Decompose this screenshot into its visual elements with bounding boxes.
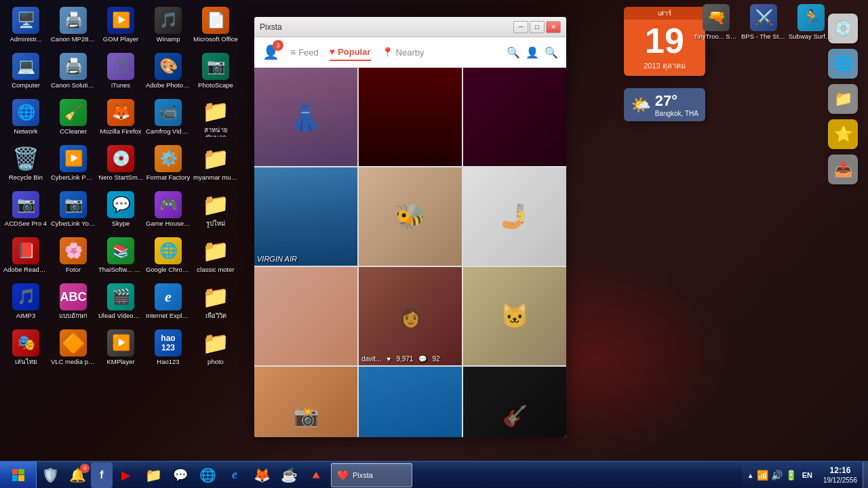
- desktop-icon-folder-peua[interactable]: 📁 เพื่อวิวิด: [193, 279, 239, 324]
- clock-time: 12:16: [830, 466, 851, 476]
- desktop-icon-thai-font[interactable]: ABC แบบอักษก: [50, 279, 96, 324]
- maximize-button[interactable]: □: [530, 21, 545, 33]
- desktop-icon-myanmar-music[interactable]: 📁 myanmar music: [193, 141, 239, 186]
- tray-battery-icon[interactable]: 🔋: [785, 470, 797, 481]
- desktop-icon-canon-sol[interactable]: 🖨️ Canon Solutio...: [50, 49, 96, 94]
- desktop-icon-ulead[interactable]: 🎬 Ulead VideoStud...: [98, 279, 144, 324]
- taskbar-chrome-icon[interactable]: 🌐: [194, 462, 221, 488]
- desktop-icon-camfrog[interactable]: 📹 Camfrog Video Ch...: [145, 95, 191, 140]
- taskbar-active-app[interactable]: ❤️ Pixsta: [331, 463, 412, 487]
- minimize-button[interactable]: ─: [513, 21, 528, 33]
- desktop-icon-thai-app[interactable]: 🎭 เล่นไทย: [3, 325, 49, 370]
- photo-cell-2[interactable]: [359, 68, 462, 166]
- nav-popular[interactable]: ♥ Popular: [330, 43, 371, 61]
- search-icon[interactable]: 🔍: [507, 46, 520, 59]
- taskbar-java-icon[interactable]: ☕: [275, 462, 302, 488]
- desktop-icon-youcam[interactable]: 📷 CyberLink YouCam: [50, 187, 96, 232]
- menu-icon[interactable]: 🔍: [545, 46, 558, 59]
- clock[interactable]: 12:16 19/12/2556: [818, 466, 863, 485]
- taskbar-ie-icon[interactable]: e: [221, 462, 248, 488]
- photo-cell-5[interactable]: 🐝: [359, 167, 462, 266]
- photo-cell-8[interactable]: 👩 davit... ♥ 9,971 💬 92: [359, 267, 462, 365]
- desktop-icon-firefox[interactable]: 🦊 Mozilla Firefox: [98, 95, 144, 140]
- desktop-icon-photoscape[interactable]: 📷 PhotoScape: [193, 49, 239, 94]
- tray-volume-icon[interactable]: 🔊: [771, 470, 783, 481]
- notification-area[interactable]: 👤 3: [262, 44, 279, 60]
- taskbar-pinned-icons: 🛡️ 🔔 3 f ▶ 📁 💬 🌐 e 🦊 ☕ 🔺: [37, 462, 330, 488]
- desktop-icon-recycle-bin[interactable]: 🗑️ Recycle Bin: [3, 141, 49, 186]
- right-icon-3[interactable]: 📁: [828, 84, 858, 114]
- desktop-icon-ie[interactable]: e Internet Explorer: [145, 279, 191, 324]
- right-icon-4[interactable]: ⭐: [828, 119, 858, 149]
- photo-cell-9[interactable]: 🐱: [463, 267, 566, 365]
- right-icon-2[interactable]: 🌐: [828, 49, 858, 79]
- desktop-icon-acdsee[interactable]: 📷 ACDSee Pro 4: [3, 187, 49, 232]
- tray-network-icon[interactable]: 📶: [757, 470, 768, 481]
- desktop-icon-chrome[interactable]: 🌐 Google Chrome: [145, 233, 191, 278]
- desktop-icon-admin[interactable]: 🖥️ Administr...: [3, 3, 49, 47]
- desktop-icon-adobe-reader[interactable]: 📕 Adobe Reader XI: [3, 233, 49, 278]
- taskbar: 🛡️ 🔔 3 f ▶ 📁 💬 🌐 e 🦊 ☕ 🔺 ❤️ Pixsta ▲ 📶 🔊: [0, 461, 868, 488]
- desktop-icon-kmp[interactable]: ▶️ KMPlayer: [98, 325, 144, 370]
- profile-icon[interactable]: 👤: [526, 46, 539, 59]
- taskbar-youtube-icon[interactable]: ▶: [113, 462, 140, 488]
- taskbar-badge: 3: [80, 464, 90, 473]
- desktop-icon-itunes[interactable]: 🎵 iTunes: [98, 49, 144, 94]
- photo-8-comments: 92: [432, 355, 439, 363]
- start-button[interactable]: [0, 462, 37, 489]
- taskbar-firefox-icon[interactable]: 🦊: [248, 462, 275, 488]
- desktop-icon-game-house[interactable]: 🎮 Game House 1.2: [145, 187, 191, 232]
- photo-cell-10[interactable]: 📸: [254, 367, 357, 437]
- photo-8-stats: davit... ♥ 9,971 💬 92: [361, 355, 440, 363]
- taskbar-line-icon[interactable]: 💬: [167, 462, 194, 488]
- photo-cell-4[interactable]: VIRGIN AIR: [254, 167, 357, 266]
- pixsta-toolbar: 👤 3 ≡ Feed ♥ Popular 📍 Nearby 🔍: [254, 37, 566, 68]
- photo-cell-1[interactable]: 👗: [254, 68, 357, 166]
- desktop-icon-photoshop[interactable]: 🎨 Adobe Photosh...: [145, 49, 191, 94]
- taskbar-security-icon[interactable]: 🛡️: [37, 462, 64, 488]
- nav-nearby[interactable]: 📍 Nearby: [382, 43, 425, 61]
- taskbar-facebook-icon[interactable]: f: [91, 462, 113, 488]
- desktop-icon-cyberlink[interactable]: ▶️ CyberLink PowerD...: [50, 141, 96, 186]
- tray-expand[interactable]: ▲: [747, 472, 754, 479]
- desktop-icons-grid: 🖥️ Administr... 🖨️ Canon MP280 s... ▶️ G…: [0, 0, 258, 461]
- show-desktop-button[interactable]: [863, 462, 868, 488]
- taskbar-notification-icon[interactable]: 🔔 3: [64, 462, 91, 488]
- taskbar-files-icon[interactable]: 📁: [140, 462, 167, 488]
- desktop-icon-hao123[interactable]: hao123 Hao123: [145, 325, 191, 370]
- photo-cell-3[interactable]: [463, 68, 566, 166]
- desktop-icon-aimp3[interactable]: 🎵 AIMP3: [3, 279, 49, 324]
- desktop-icon-format-factory[interactable]: ⚙️ Format Factory: [145, 141, 191, 186]
- desktop-icon-canon-mp280[interactable]: 🖨️ Canon MP280 s...: [50, 3, 96, 47]
- photo-cell-7[interactable]: [254, 267, 357, 365]
- photo-8-likes: 9,971: [396, 355, 413, 363]
- desktop-icon-thaisoftware[interactable]: 📚 ThaiSoftw... Dictionary: [98, 233, 144, 278]
- desktop-icon-winamp[interactable]: 🎵 Winamp: [145, 3, 191, 47]
- desktop-icon-folder-rumai[interactable]: 📁 รูปใหม่: [193, 187, 239, 232]
- desktop-icon-tiny-troopers[interactable]: 🔫 TinyTroo... Shortcut: [693, 0, 739, 45]
- nav-feed[interactable]: ≡ Feed: [290, 43, 319, 61]
- taskbar-avast-icon[interactable]: 🔺: [302, 462, 330, 488]
- desktop-icon-ms-office[interactable]: 📄 Microsoft Office: [193, 3, 239, 47]
- close-button[interactable]: ✕: [546, 21, 561, 33]
- desktop-icon-bps-strike[interactable]: ⚔️ BPS - The Strike: [741, 0, 787, 45]
- window-controls: ─ □ ✕: [513, 21, 561, 33]
- photo-cell-6[interactable]: 🤳: [463, 167, 566, 266]
- desktop-icon-computer[interactable]: 💻 Computer: [3, 49, 49, 94]
- desktop-icon-fotor[interactable]: 🌸 Fotor: [50, 233, 96, 278]
- desktop-icon-folder-thai[interactable]: 📁 สาหน่ายขับนาก: [193, 95, 239, 140]
- photo-cell-11[interactable]: AEROS...: [359, 367, 462, 437]
- desktop-icon-gom-player[interactable]: ▶️ GOM Player: [98, 3, 144, 47]
- desktop-icon-ccleaner[interactable]: 🧹 CCleaner: [50, 95, 96, 140]
- photo-cell-12[interactable]: 🎸: [463, 367, 566, 437]
- pixsta-titlebar[interactable]: Pixsta ─ □ ✕: [254, 17, 566, 37]
- right-icon-5[interactable]: 📤: [828, 155, 858, 184]
- desktop-icon-subway-surfers[interactable]: 🏃 Subway Surfers: [788, 0, 834, 45]
- desktop-icon-network[interactable]: 🌐 Network: [3, 95, 49, 140]
- desktop-icon-skype[interactable]: 💬 Skype: [98, 187, 144, 232]
- language-indicator[interactable]: EN: [800, 470, 815, 481]
- desktop-icon-classic-moter[interactable]: 📁 classic moter: [193, 233, 239, 278]
- desktop-icon-nero[interactable]: 💿 Nero StartSm...: [98, 141, 144, 186]
- desktop-icon-photo-folder[interactable]: 📁 photo: [193, 325, 239, 370]
- desktop-icon-vlc[interactable]: 🔶 VLC media player: [50, 325, 96, 370]
